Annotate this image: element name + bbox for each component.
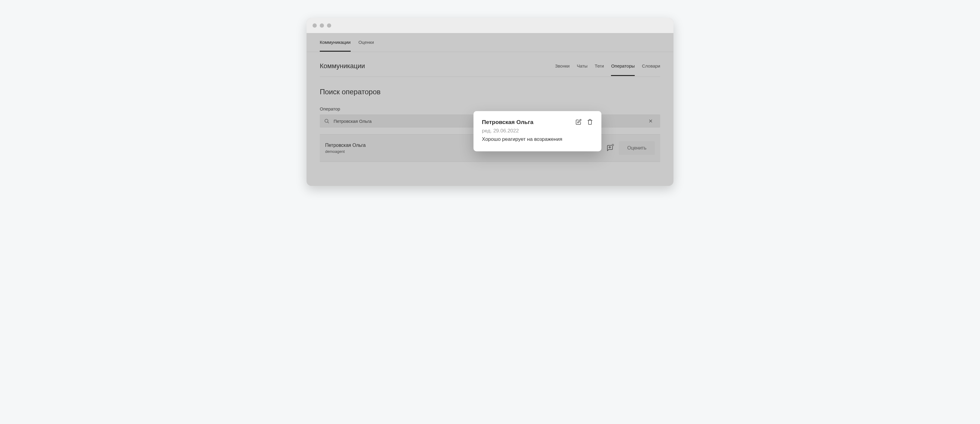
rate-button[interactable]: Оценить xyxy=(619,141,655,155)
app-window: Коммуникации Оценки Коммуникации Звонки … xyxy=(307,18,673,186)
page-subtitle: Поиск операторов xyxy=(320,88,660,96)
subtab-operators[interactable]: Операторы xyxy=(611,63,635,76)
subtab-calls[interactable]: Звонки xyxy=(555,63,570,76)
clear-search-icon[interactable] xyxy=(645,119,656,123)
window-titlebar xyxy=(307,18,673,33)
popover-title: Петровская Ольга xyxy=(482,119,533,126)
svg-point-0 xyxy=(325,119,328,123)
operator-note-popover: Петровская Ольга xyxy=(474,111,601,151)
search-icon xyxy=(324,118,329,124)
section-header: Коммуникации Звонки Чаты Теги Операторы … xyxy=(320,62,660,77)
traffic-light-max[interactable] xyxy=(327,24,331,28)
search-label: Оператор xyxy=(320,106,660,112)
traffic-light-close[interactable] xyxy=(313,24,317,28)
subtabs: Звонки Чаты Теги Операторы Словари xyxy=(555,63,660,69)
subtab-tags[interactable]: Теги xyxy=(595,63,604,76)
topnav-communications[interactable]: Коммуникации xyxy=(320,33,351,52)
operator-info: Петровская Ольга demoagent xyxy=(325,143,366,154)
operator-login: demoagent xyxy=(325,149,366,154)
top-nav: Коммуникации Оценки xyxy=(307,33,673,52)
traffic-light-min[interactable] xyxy=(320,24,324,28)
subtab-chats[interactable]: Чаты xyxy=(577,63,587,76)
section-title: Коммуникации xyxy=(320,62,365,70)
popover-body: Хорошо реагирует на возражения xyxy=(482,136,593,142)
delete-icon[interactable] xyxy=(587,119,593,125)
subtab-dictionaries[interactable]: Словари xyxy=(642,63,660,76)
operator-name: Петровская Ольга xyxy=(325,143,366,148)
topnav-ratings[interactable]: Оценки xyxy=(358,33,374,52)
notes-badge xyxy=(612,144,614,146)
edit-icon[interactable] xyxy=(576,119,582,125)
popover-meta: ред. 29.06.2022 xyxy=(482,128,593,134)
svg-line-1 xyxy=(328,122,328,123)
operator-actions: Оценить xyxy=(606,141,655,155)
notes-icon[interactable] xyxy=(606,144,613,151)
